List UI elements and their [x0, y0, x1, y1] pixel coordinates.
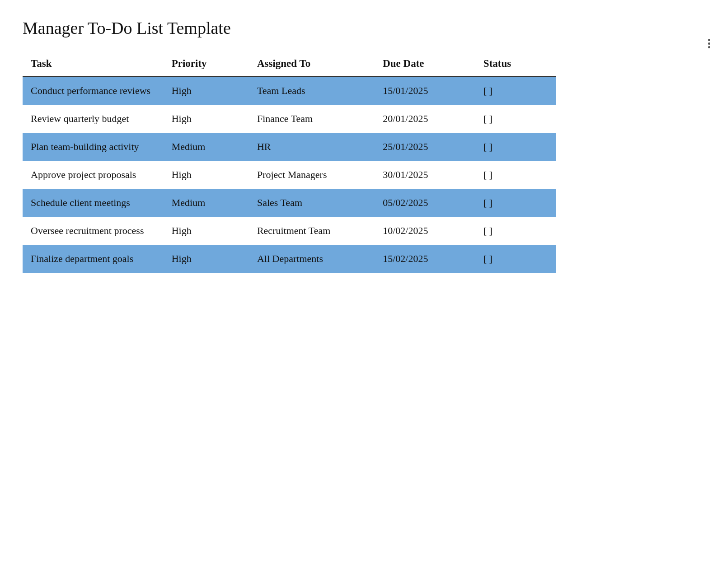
cell-assigned-to: Team Leads — [249, 76, 375, 105]
header-status: Status — [475, 51, 556, 76]
cell-due-date: 05/02/2025 — [375, 189, 475, 217]
table-row: Review quarterly budgetHighFinance Team2… — [23, 105, 556, 133]
cell-priority: High — [164, 76, 249, 105]
cell-task: Finalize department goals — [23, 245, 164, 273]
cell-status: [ ] — [475, 105, 556, 133]
table-row: Oversee recruitment processHighRecruitme… — [23, 217, 556, 245]
table-row: Approve project proposalsHighProject Man… — [23, 161, 556, 189]
cell-priority: Medium — [164, 189, 249, 217]
cell-status: [ ] — [475, 133, 556, 161]
table-row: Conduct performance reviewsHighTeam Lead… — [23, 76, 556, 105]
header-assigned-to: Assigned To — [249, 51, 375, 76]
cell-priority: High — [164, 217, 249, 245]
cell-status: [ ] — [475, 161, 556, 189]
cell-status: [ ] — [475, 76, 556, 105]
cell-due-date: 15/02/2025 — [375, 245, 475, 273]
cell-assigned-to: All Departments — [249, 245, 375, 273]
cell-status: [ ] — [475, 189, 556, 217]
cell-status: [ ] — [475, 217, 556, 245]
cell-assigned-to: Project Managers — [249, 161, 375, 189]
cell-due-date: 15/01/2025 — [375, 76, 475, 105]
cell-priority: High — [164, 105, 249, 133]
cell-due-date: 25/01/2025 — [375, 133, 475, 161]
page-title: Manager To-Do List Template — [23, 18, 699, 38]
cell-due-date: 10/02/2025 — [375, 217, 475, 245]
cell-priority: High — [164, 161, 249, 189]
table-row: Finalize department goalsHighAll Departm… — [23, 245, 556, 273]
cell-due-date: 30/01/2025 — [375, 161, 475, 189]
cell-task: Plan team-building activity — [23, 133, 164, 161]
cell-priority: Medium — [164, 133, 249, 161]
header-priority: Priority — [164, 51, 249, 76]
table-row: Plan team-building activityMediumHR25/01… — [23, 133, 556, 161]
todo-table: Task Priority Assigned To Due Date Statu… — [23, 51, 556, 273]
cell-task: Review quarterly budget — [23, 105, 164, 133]
cell-assigned-to: Finance Team — [249, 105, 375, 133]
cell-assigned-to: HR — [249, 133, 375, 161]
header-due-date: Due Date — [375, 51, 475, 76]
cell-due-date: 20/01/2025 — [375, 105, 475, 133]
cell-assigned-to: Recruitment Team — [249, 217, 375, 245]
cell-task: Oversee recruitment process — [23, 217, 164, 245]
cell-task: Approve project proposals — [23, 161, 164, 189]
cell-status: [ ] — [475, 245, 556, 273]
more-menu-icon[interactable] — [705, 36, 713, 51]
cell-assigned-to: Sales Team — [249, 189, 375, 217]
table-row: Schedule client meetingsMediumSales Team… — [23, 189, 556, 217]
cell-task: Schedule client meetings — [23, 189, 164, 217]
header-task: Task — [23, 51, 164, 76]
cell-priority: High — [164, 245, 249, 273]
table-header-row: Task Priority Assigned To Due Date Statu… — [23, 51, 556, 76]
cell-task: Conduct performance reviews — [23, 76, 164, 105]
